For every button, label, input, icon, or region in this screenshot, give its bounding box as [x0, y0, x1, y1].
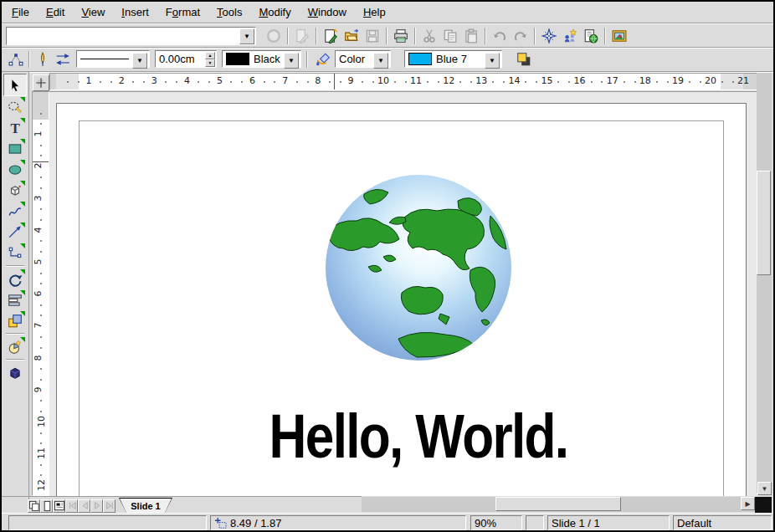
vertical-scroll-thumb[interactable] [757, 171, 771, 275]
drawing-canvas[interactable]: Hello, World. [49, 91, 759, 496]
open-button[interactable] [341, 26, 362, 46]
h-ruler-number: 12 [443, 75, 454, 86]
h-ruler-number: 8 [315, 75, 321, 86]
line-color-select[interactable]: Black ▼ [222, 50, 301, 68]
window-resize-corner[interactable] [755, 497, 772, 513]
print-button[interactable] [391, 26, 411, 46]
h-ruler-number: 17 [607, 75, 618, 86]
view-handout-button[interactable] [53, 499, 65, 513]
slide-page[interactable]: Hello, World. [56, 103, 747, 496]
status-position: 8.49 / 1.87 [210, 515, 466, 530]
h-ruler-number: 15 [541, 75, 553, 86]
line-width-spinner[interactable]: ▲▼ [205, 52, 215, 66]
menu-format[interactable]: Format [157, 3, 208, 21]
edit-points-button[interactable] [6, 49, 26, 69]
function-toolbar: ▼ [2, 24, 773, 47]
autopilot-button[interactable] [560, 26, 580, 46]
tool-select[interactable] [3, 74, 27, 96]
h-cursor-indicator [334, 74, 335, 90]
h-ruler-number: 13 [475, 75, 487, 86]
tool-arrange[interactable] [4, 310, 26, 331]
submenu-indicator-icon [20, 223, 25, 228]
hyperlink-button[interactable] [581, 26, 601, 46]
slide-tab-label: Slide 1 [120, 499, 172, 513]
tool-rectangle[interactable] [4, 138, 26, 159]
h-ruler-number: 3 [151, 75, 157, 86]
load-url-combobox[interactable]: ▼ [6, 27, 256, 45]
slide-tab[interactable]: Slide 1 [119, 498, 172, 513]
status-layout-name-text: Default [677, 517, 711, 529]
nav-last-button [103, 499, 115, 513]
menu-insert[interactable]: Insert [113, 3, 157, 21]
new-button[interactable] [321, 26, 341, 46]
line-style-dropdown[interactable]: ▼ [132, 53, 147, 69]
line-style-select[interactable]: ▼ [76, 50, 150, 68]
h-ruler-number: 16 [574, 75, 586, 86]
menu-window[interactable]: Window [300, 3, 355, 21]
load-url-input[interactable] [6, 27, 256, 45]
v-ruler-number: 8 [33, 355, 44, 361]
horizontal-ruler[interactable]: 123456789101112131415161718192021 [49, 73, 759, 90]
undo-button [490, 26, 510, 46]
line-color-swatch [226, 53, 249, 65]
toolbox-separator [6, 359, 24, 361]
tool-text[interactable]: T [4, 117, 26, 138]
tool-3d-controller[interactable] [4, 362, 26, 383]
tool-rotate[interactable] [4, 269, 26, 289]
status-layout-name: Default [673, 515, 772, 530]
menu-help[interactable]: Help [355, 3, 394, 21]
menu-bar: FileEditViewInsertFormatToolsModifyWindo… [2, 2, 773, 23]
fill-color-select[interactable]: Blue 7 ▼ [404, 50, 502, 68]
tool-ellipse[interactable] [4, 159, 26, 180]
horizontal-scroll-thumb[interactable] [495, 497, 621, 511]
tool-connector[interactable] [4, 243, 26, 263]
line-color-dropdown[interactable]: ▼ [284, 53, 299, 69]
cut-button [419, 26, 439, 46]
vertical-ruler[interactable]: 123456789101112 [32, 91, 49, 496]
menu-modify[interactable]: Modify [250, 3, 299, 21]
main-toolbox: T [2, 72, 29, 509]
view-slide-button[interactable] [28, 499, 40, 513]
tool-curve[interactable] [4, 201, 26, 222]
menu-tools[interactable]: Tools [208, 3, 250, 21]
status-slide-number-text: Slide 1 / 1 [552, 517, 600, 529]
status-selection-mode [526, 515, 544, 530]
h-ruler-number: 9 [347, 75, 353, 86]
line-button[interactable] [33, 49, 53, 69]
shadow-button[interactable] [514, 49, 534, 69]
arrow-style-button[interactable] [53, 49, 73, 69]
menu-edit[interactable]: Edit [38, 3, 73, 21]
ruler-origin-button[interactable] [33, 74, 49, 91]
globe-graphic[interactable] [318, 167, 519, 368]
edit-points-icon [8, 52, 23, 67]
tool-insert[interactable] [4, 336, 26, 357]
toolbar-separator [386, 28, 388, 44]
view-slide-icon [28, 500, 40, 512]
horizontal-scrollbar[interactable] [362, 497, 755, 512]
fill-color-dropdown[interactable]: ▼ [485, 53, 500, 69]
tool-zoom[interactable] [4, 96, 26, 117]
status-position-text: 8.49 / 1.87 [230, 517, 281, 529]
scroll-down-button[interactable]: ▼ [757, 482, 772, 495]
fill-style-dropdown[interactable]: ▼ [373, 53, 388, 69]
tool-alignment[interactable] [4, 289, 26, 310]
submenu-indicator-icon [20, 311, 25, 316]
save-icon [365, 28, 380, 43]
gallery-button[interactable] [609, 26, 629, 46]
url-dropdown-button[interactable]: ▼ [239, 28, 254, 44]
menu-file[interactable]: File [3, 3, 38, 21]
fill-style-select[interactable]: Color ▼ [335, 50, 391, 68]
slide-title-text[interactable]: Hello, World. [269, 401, 568, 472]
slide-tab-bar: Slide 1 [2, 496, 362, 513]
scroll-right-button[interactable]: ▶ [741, 497, 755, 510]
fill-button[interactable] [313, 49, 333, 69]
menu-view[interactable]: View [73, 3, 113, 21]
navigator-button[interactable] [539, 26, 559, 46]
h-ruler-number: 1 [86, 75, 92, 86]
svg-text:T: T [10, 120, 19, 136]
vertical-scrollbar[interactable] [757, 73, 772, 493]
tool-lines-arrows[interactable] [4, 222, 26, 243]
line-width-field[interactable]: 0.00cm ▲▼ [155, 50, 217, 68]
view-notes-button[interactable] [40, 499, 53, 513]
tool-3d-objects[interactable] [4, 180, 26, 201]
